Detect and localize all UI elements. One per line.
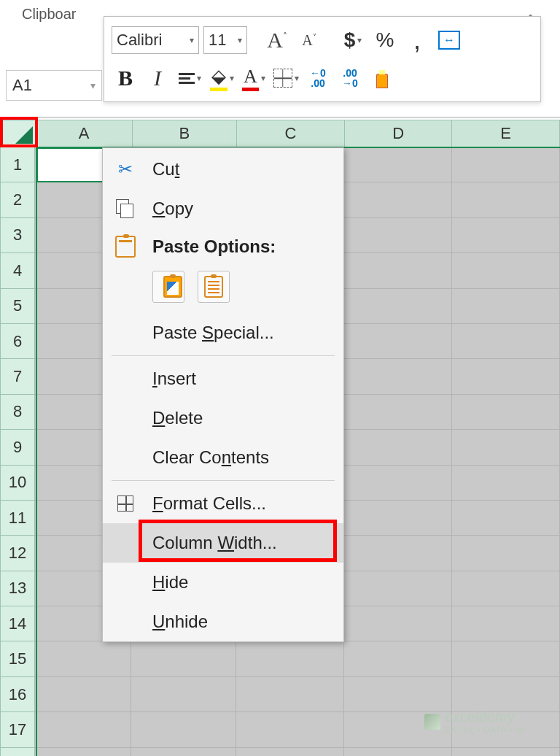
cell[interactable] bbox=[344, 253, 452, 288]
cell[interactable] bbox=[344, 466, 452, 501]
cell[interactable] bbox=[452, 501, 560, 536]
autofit-button[interactable] bbox=[435, 26, 463, 54]
row-header-4[interactable]: 4 bbox=[0, 253, 35, 288]
cell[interactable] bbox=[452, 466, 560, 501]
cell[interactable] bbox=[35, 677, 131, 712]
row-header-2[interactable]: 2 bbox=[0, 182, 35, 217]
row-header-18[interactable]: 18 bbox=[0, 748, 35, 756]
comma-format-button[interactable]: , bbox=[403, 26, 431, 54]
font-name-combo[interactable]: Calibri ▾ bbox=[112, 26, 199, 54]
cell[interactable] bbox=[131, 641, 236, 676]
row-header-6[interactable]: 6 bbox=[0, 324, 35, 359]
cell[interactable] bbox=[452, 748, 560, 756]
cell[interactable] bbox=[344, 324, 452, 359]
cell[interactable] bbox=[344, 641, 452, 676]
row-header-1[interactable]: 1 bbox=[0, 147, 35, 182]
cell[interactable] bbox=[452, 359, 560, 394]
name-box[interactable]: A1 ▾ bbox=[6, 70, 102, 101]
column-header-D[interactable]: D bbox=[345, 120, 453, 147]
cell[interactable] bbox=[35, 641, 131, 676]
cell[interactable] bbox=[131, 712, 236, 747]
menu-column-width[interactable]: Column Width... bbox=[103, 523, 343, 563]
cell[interactable] bbox=[452, 289, 560, 324]
column-header-B[interactable]: B bbox=[133, 120, 238, 147]
cell[interactable] bbox=[452, 395, 560, 430]
row-header-14[interactable]: 14 bbox=[0, 606, 35, 641]
menu-paste-special[interactable]: Paste Special... bbox=[103, 313, 343, 352]
paste-option-values[interactable] bbox=[198, 271, 230, 303]
paste-option-default[interactable] bbox=[152, 271, 184, 303]
cell[interactable] bbox=[35, 712, 131, 747]
increase-decimal-button[interactable]: ←0.00 bbox=[304, 64, 332, 92]
menu-hide[interactable]: Hide bbox=[103, 563, 343, 602]
cell[interactable] bbox=[452, 430, 560, 465]
cell[interactable] bbox=[236, 641, 344, 676]
row-header-7[interactable]: 7 bbox=[0, 359, 35, 394]
cell[interactable] bbox=[452, 218, 560, 253]
row-header-12[interactable]: 12 bbox=[0, 536, 35, 571]
column-header-E[interactable]: E bbox=[452, 120, 560, 147]
column-header-C[interactable]: C bbox=[237, 120, 345, 147]
cell[interactable] bbox=[131, 748, 236, 756]
cell[interactable] bbox=[452, 571, 560, 606]
decrease-decimal-button[interactable]: .00→0 bbox=[336, 64, 364, 92]
cell[interactable] bbox=[344, 571, 452, 606]
cell[interactable] bbox=[344, 395, 452, 430]
row-header-9[interactable]: 9 bbox=[0, 430, 35, 465]
menu-unhide[interactable]: Unhide bbox=[103, 602, 343, 641]
cell[interactable] bbox=[236, 677, 344, 712]
menu-copy[interactable]: Copy bbox=[103, 189, 343, 228]
font-size-combo[interactable]: 11 ▾ bbox=[203, 26, 247, 54]
cell[interactable] bbox=[236, 712, 344, 747]
cell[interactable] bbox=[344, 606, 452, 641]
cell[interactable] bbox=[452, 182, 560, 217]
menu-cut[interactable]: ✂ Cut bbox=[103, 150, 343, 189]
cell[interactable] bbox=[344, 218, 452, 253]
cell[interactable] bbox=[344, 182, 452, 217]
cell[interactable] bbox=[344, 677, 452, 712]
cell[interactable] bbox=[344, 748, 452, 756]
menu-format-cells[interactable]: Format Cells... bbox=[103, 484, 343, 523]
cell[interactable] bbox=[452, 606, 560, 641]
cell[interactable] bbox=[236, 748, 344, 756]
cell[interactable] bbox=[344, 289, 452, 324]
accounting-format-button[interactable]: $▾ bbox=[339, 26, 367, 54]
row-header-8[interactable]: 8 bbox=[0, 395, 35, 430]
cell[interactable] bbox=[452, 253, 560, 288]
row-header-5[interactable]: 5 bbox=[0, 289, 35, 324]
cell[interactable] bbox=[452, 147, 560, 182]
row-header-11[interactable]: 11 bbox=[0, 501, 35, 536]
cell[interactable] bbox=[344, 430, 452, 465]
row-header-16[interactable]: 16 bbox=[0, 677, 35, 712]
cell[interactable] bbox=[344, 536, 452, 571]
menu-clear-contents[interactable]: Clear Contents bbox=[103, 438, 343, 477]
align-button[interactable]: ▾ bbox=[176, 64, 203, 92]
cell[interactable] bbox=[344, 359, 452, 394]
column-header-A[interactable]: A bbox=[36, 120, 133, 147]
row-header-13[interactable]: 13 bbox=[0, 571, 35, 606]
decrease-font-button[interactable]: A˅ bbox=[295, 26, 323, 54]
menu-delete[interactable]: Delete bbox=[103, 398, 343, 438]
row-header-10[interactable]: 10 bbox=[0, 466, 35, 501]
cell[interactable] bbox=[344, 501, 452, 536]
menu-insert[interactable]: Insert bbox=[103, 359, 343, 398]
row-header-17[interactable]: 17 bbox=[0, 712, 35, 747]
borders-button[interactable]: ▾ bbox=[272, 64, 300, 92]
cell[interactable] bbox=[344, 147, 452, 182]
row-header-15[interactable]: 15 bbox=[0, 641, 35, 676]
bold-button[interactable]: B bbox=[112, 64, 139, 92]
row-header-3[interactable]: 3 bbox=[0, 218, 35, 253]
fill-color-button[interactable]: ⬙▾ bbox=[208, 64, 236, 92]
font-color-button[interactable]: A▾ bbox=[240, 64, 268, 92]
italic-button[interactable]: I bbox=[144, 64, 171, 92]
select-all-button[interactable] bbox=[0, 120, 36, 147]
format-painter-button[interactable] bbox=[368, 64, 396, 92]
cell[interactable] bbox=[452, 677, 560, 712]
cell[interactable] bbox=[452, 536, 560, 571]
cell[interactable] bbox=[35, 748, 131, 756]
cell[interactable] bbox=[452, 324, 560, 359]
cell[interactable] bbox=[131, 677, 236, 712]
increase-font-button[interactable]: A˄ bbox=[263, 26, 291, 54]
cell[interactable] bbox=[452, 641, 560, 676]
percent-format-button[interactable]: % bbox=[371, 26, 399, 54]
